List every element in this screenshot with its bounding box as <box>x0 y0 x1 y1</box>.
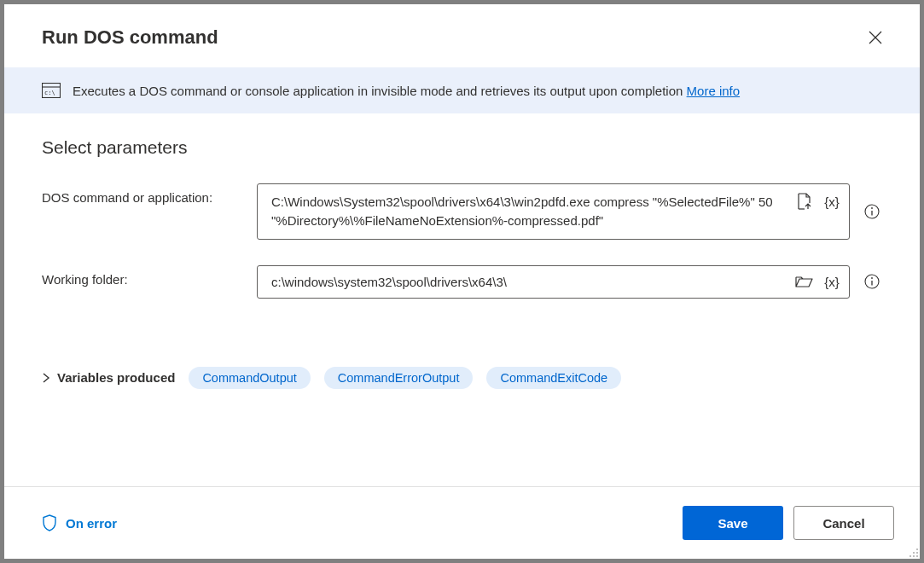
dialog-footer: On error Save Cancel <box>4 486 920 559</box>
command-label: DOS command or application: <box>42 183 243 205</box>
param-row-command: DOS command or application: C:\Windows\S… <box>42 183 882 240</box>
cancel-button[interactable]: Cancel <box>793 506 894 540</box>
folder-input-value: c:\windows\system32\spool\drivers\x64\3\ <box>268 266 794 298</box>
resize-grip-icon[interactable] <box>907 546 919 558</box>
file-picker-button[interactable] <box>794 191 815 212</box>
dialog-body: Select parameters DOS command or applica… <box>4 113 920 486</box>
info-banner: c:\ Executes a DOS command or console ap… <box>4 67 920 113</box>
svg-text:c:\: c:\ <box>44 90 55 96</box>
file-arrow-icon <box>797 193 812 210</box>
folder-picker-button[interactable] <box>794 271 815 292</box>
variable-chip[interactable]: CommandErrorOutput <box>324 367 474 389</box>
banner-text: Executes a DOS command or console applic… <box>73 84 740 98</box>
command-input-wrap: C:\Windows\System32\spool\drivers\x64\3\… <box>257 183 882 240</box>
close-button[interactable] <box>865 27 886 48</box>
shield-icon <box>42 514 57 531</box>
info-icon <box>864 204 880 219</box>
on-error-label: On error <box>66 516 117 531</box>
on-error-button[interactable]: On error <box>42 514 117 531</box>
folder-input[interactable]: c:\windows\system32\spool\drivers\x64\3\… <box>257 265 850 299</box>
svg-point-6 <box>871 207 873 209</box>
param-row-folder: Working folder: c:\windows\system32\spoo… <box>42 265 882 299</box>
variables-toggle[interactable]: Variables produced <box>42 370 175 385</box>
command-input-icons: {x} <box>794 184 842 212</box>
save-button[interactable]: Save <box>683 506 783 540</box>
svg-point-11 <box>916 548 918 550</box>
more-info-link[interactable]: More info <box>687 84 741 98</box>
dialog-header: Run DOS command <box>4 4 920 67</box>
close-icon <box>869 31 882 44</box>
svg-point-12 <box>913 552 915 554</box>
footer-actions: Save Cancel <box>683 506 894 540</box>
variable-chip[interactable]: CommandExitCode <box>486 367 621 389</box>
svg-point-14 <box>909 555 911 557</box>
dialog-title: Run DOS command <box>42 26 218 49</box>
svg-point-16 <box>916 555 918 557</box>
folder-input-icons: {x} <box>794 271 842 292</box>
variable-chip[interactable]: CommandOutput <box>189 367 310 389</box>
variables-label: Variables produced <box>57 370 175 385</box>
variable-picker-button[interactable]: {x} <box>822 271 842 292</box>
variable-icon: {x} <box>824 275 840 289</box>
svg-point-13 <box>916 552 918 554</box>
command-info-button[interactable] <box>862 201 882 222</box>
folder-info-button[interactable] <box>862 271 882 292</box>
terminal-icon: c:\ <box>42 83 61 98</box>
command-input-value: C:\Windows\System32\spool\drivers\x64\3\… <box>268 184 794 239</box>
folder-open-icon <box>795 275 814 288</box>
folder-label: Working folder: <box>42 265 243 287</box>
section-title: Select parameters <box>42 137 882 158</box>
svg-point-9 <box>871 277 873 279</box>
variables-row: Variables produced CommandOutput Command… <box>42 367 882 389</box>
variable-icon: {x} <box>824 194 840 209</box>
info-icon <box>864 274 880 289</box>
command-input[interactable]: C:\Windows\System32\spool\drivers\x64\3\… <box>257 183 850 240</box>
chevron-right-icon <box>42 373 50 383</box>
svg-point-15 <box>913 555 915 557</box>
folder-input-wrap: c:\windows\system32\spool\drivers\x64\3\… <box>257 265 882 299</box>
variable-picker-button[interactable]: {x} <box>822 191 842 212</box>
dialog-container: Run DOS command c:\ Executes a DOS comma… <box>4 4 920 559</box>
